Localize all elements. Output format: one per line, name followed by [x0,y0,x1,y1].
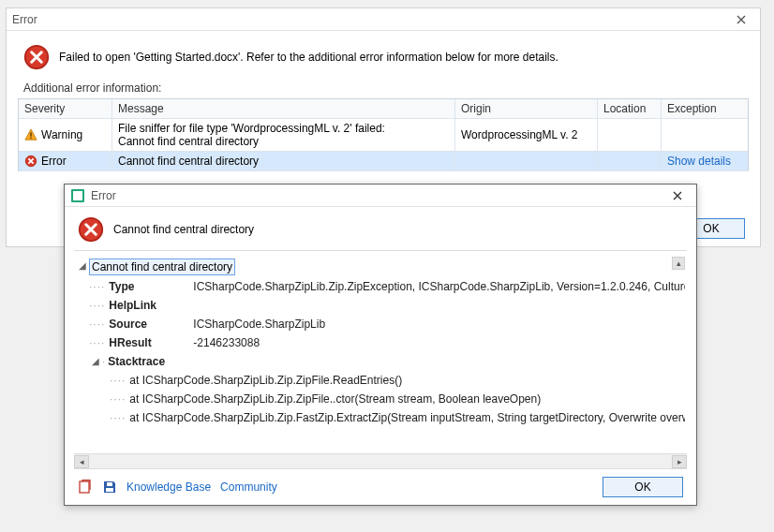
svg-rect-8 [106,488,113,492]
titlebar: Error [7,8,760,31]
error-grid: Severity Message Origin Location Excepti… [18,98,749,171]
copy-icon[interactable] [78,480,93,495]
additional-info-label: Additional error information: [7,80,760,98]
root-label: Cannot find central directory [89,259,235,275]
error-icon [78,216,104,243]
tree-node-helplink[interactable]: ···· HelpLink [76,296,685,315]
save-icon[interactable] [102,480,117,495]
exception-tree: ▴ ◢ Cannot find central directory ···· T… [74,250,687,469]
collapse-icon[interactable]: ◢ [76,259,89,273]
cell-severity: Error [19,152,112,170]
grid-header: Severity Message Origin Location Excepti… [19,99,748,119]
tree-body: ◢ Cannot find central directory ···· Typ… [74,251,687,453]
collapse-icon[interactable]: ◢ [89,354,102,369]
svg-rect-7 [80,481,89,493]
error-message: Failed to open 'Getting Started.docx'. R… [59,51,558,64]
close-icon[interactable] [664,186,691,205]
stack-frame[interactable]: ···· at ICSharpCode.SharpZipLib.Zip.ZipF… [76,390,685,408]
col-origin[interactable]: Origin [455,99,598,118]
dialog-footer: Knowledge Base Community OK [65,469,696,505]
stack-frame[interactable]: ···· at ICSharpCode.SharpZipLib.Zip.Fast… [76,408,685,427]
error-message: Cannot find central directory [113,223,254,236]
scroll-right-icon[interactable]: ▸ [672,455,687,468]
col-message[interactable]: Message [112,99,455,118]
error-icon [24,155,37,168]
table-row[interactable]: Error Cannot find central directory Show… [19,152,748,171]
ok-button[interactable]: OK [603,477,683,497]
tree-node-source[interactable]: ···· Source ICSharpCode.SharpZipLib [76,315,685,333]
tree-root[interactable]: ◢ Cannot find central directory [76,257,685,277]
col-location[interactable]: Location [598,99,662,118]
table-row[interactable]: Warning File sniffer for file type 'Word… [19,119,748,152]
stack-frame[interactable]: ···· at ICSharpCode.SharpZipLib.Zip.ZipF… [76,371,685,390]
error-details-dialog: Error Cannot find central directory ▴ ◢ … [64,184,697,506]
tree-node-hresult[interactable]: ···· HResult -2146233088 [76,333,685,352]
knowledge-base-link[interactable]: Knowledge Base [127,480,211,494]
col-severity[interactable]: Severity [19,99,112,118]
error-message-row: Failed to open 'Getting Started.docx'. R… [7,31,760,80]
app-icon [70,188,85,203]
cell-location [598,152,662,170]
cell-origin: WordprocessingML v. 2 [455,119,598,151]
window-title: Error [91,189,664,202]
col-exception[interactable]: Exception [662,99,748,118]
svg-rect-9 [107,482,112,486]
error-icon [23,44,50,70]
cell-severity: Warning [19,119,112,151]
tree-node-type[interactable]: ···· Type ICSharpCode.SharpZipLib.Zip.Zi… [76,277,685,296]
community-link[interactable]: Community [220,480,277,494]
show-details-link[interactable]: Show details [662,152,748,170]
svg-rect-1 [30,132,31,136]
svg-rect-2 [30,138,31,139]
warning-icon [24,128,37,141]
close-icon[interactable] [728,10,754,29]
scroll-left-icon[interactable]: ◂ [74,455,89,468]
cell-exception [662,119,748,151]
tree-node-stacktrace[interactable]: ◢ · Stacktrace [76,352,685,371]
titlebar: Error [65,185,696,207]
cell-location [598,119,662,151]
horizontal-scrollbar[interactable]: ◂ ▸ [74,453,687,468]
cell-message: File sniffer for file type 'Wordprocessi… [112,119,455,151]
window-title: Error [12,13,728,26]
svg-rect-5 [73,191,82,200]
cell-message: Cannot find central directory [112,152,455,170]
cell-origin [455,152,598,170]
error-message-row: Cannot find central directory [65,207,696,250]
